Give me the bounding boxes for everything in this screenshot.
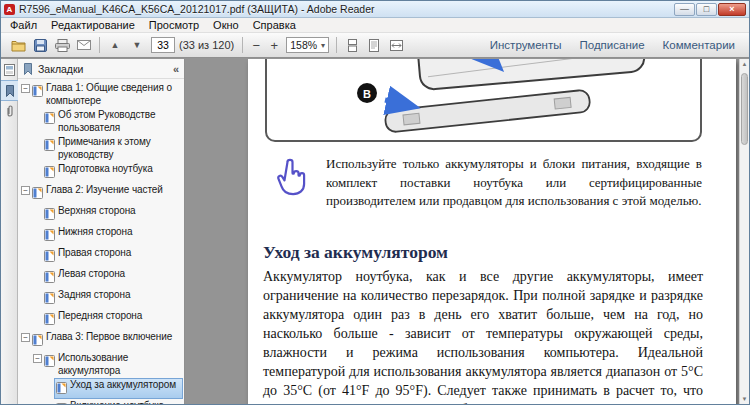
bookmark-item[interactable]: −Глава 1: Общие сведения о компьютере (18, 81, 184, 108)
navigation-strip (1, 59, 18, 404)
bookmark-link[interactable]: Подготовка ноутбука (43, 163, 182, 182)
menu-item-1[interactable]: Редактирование (44, 18, 142, 33)
bookmark-label: Задняя сторона (58, 289, 181, 302)
vertical-scrollbar[interactable]: ▲ ▼ (739, 59, 749, 404)
single-page-button[interactable] (363, 35, 385, 55)
menu-item-4[interactable]: Справка (246, 18, 303, 33)
attachments-button[interactable] (1, 101, 18, 122)
previous-page-button[interactable]: ▲ (104, 35, 126, 55)
twist-spacer (33, 270, 43, 279)
collapse-minus-icon[interactable]: − (21, 186, 30, 195)
zoom-out-button[interactable]: − (247, 35, 265, 55)
menu-item-2[interactable]: Просмотр (142, 18, 206, 33)
menu-item-3[interactable]: Окно (206, 18, 246, 33)
bookmark-item[interactable]: Уход за аккумулятором (18, 378, 184, 399)
bookmark-options-icon[interactable] (23, 63, 33, 75)
scroll-up-arrow[interactable]: ▲ (740, 59, 749, 69)
thumbnails-icon (4, 64, 15, 76)
scrolling-pages-icon (347, 39, 358, 52)
email-button[interactable] (73, 35, 95, 55)
twist-spacer (33, 111, 43, 120)
title-bar[interactable]: A R7596_eManual_K46CA_K56CA_20121017.pdf… (1, 1, 749, 18)
collapse-minus-icon[interactable]: − (21, 84, 30, 93)
bookmark-item[interactable]: −Глава 3: Первое включение (18, 330, 184, 351)
close-button[interactable]: × (718, 3, 746, 16)
bookmarks-panel-button[interactable] (1, 80, 18, 101)
next-page-button[interactable]: ▼ (126, 35, 148, 55)
battery-removal-figure: A B (265, 59, 702, 142)
bookmark-page-icon (44, 110, 55, 128)
printer-icon (55, 39, 70, 52)
save-button[interactable] (29, 35, 51, 55)
bookmark-link[interactable]: Задняя сторона (43, 289, 182, 308)
bookmark-item[interactable]: Левая сторона (18, 267, 184, 288)
scrolling-mode-button[interactable] (341, 35, 363, 55)
bookmark-page-icon (32, 185, 43, 203)
bookmark-page-icon (56, 401, 67, 404)
bookmark-page-icon (44, 269, 55, 287)
open-file-button[interactable] (7, 35, 29, 55)
bookmark-link[interactable]: Нижняя сторона (43, 226, 182, 245)
comments-link[interactable]: Комментарии (663, 39, 735, 51)
scrollbar-thumb[interactable] (741, 73, 748, 145)
fit-width-button[interactable] (385, 35, 407, 55)
collapse-minus-icon[interactable]: − (21, 333, 30, 342)
toolbar-separator (336, 37, 337, 53)
page-count-label: (33 из 120) (179, 39, 234, 51)
envelope-icon (77, 40, 91, 50)
collapse-panel-button[interactable]: « (173, 63, 179, 75)
tools-link[interactable]: Инструменты (490, 39, 562, 51)
print-button[interactable] (51, 35, 73, 55)
bookmark-item[interactable]: Об этом Руководстве пользователя (18, 108, 184, 135)
twist-spacer (33, 291, 43, 300)
bookmark-link[interactable]: Правая сторона (43, 247, 182, 266)
bookmark-link[interactable]: Глава 2: Изучение частей (31, 184, 182, 203)
bookmark-link[interactable]: Об этом Руководстве пользователя (43, 109, 182, 134)
bookmark-item[interactable]: Примечания к этому руководству (18, 135, 184, 162)
bookmark-item[interactable]: −Использование аккумулятора (18, 351, 184, 378)
note-paragraph: Используйте только аккумуляторы и блоки … (326, 155, 702, 211)
twist-spacer (33, 138, 43, 147)
bookmark-link[interactable]: Примечания к этому руководству (43, 136, 182, 161)
sign-link[interactable]: Подписание (579, 39, 644, 51)
bookmark-item[interactable]: Правая сторона (18, 246, 184, 267)
bookmark-item[interactable]: Задняя сторона (18, 288, 184, 309)
bookmark-link[interactable]: Глава 1: Общие сведения о компьютере (31, 82, 182, 107)
minimize-button[interactable]: — (674, 3, 695, 16)
toolbar-separator (242, 37, 243, 53)
bookmark-link[interactable]: Передняя сторона (43, 310, 182, 329)
maximize-button[interactable]: □ (696, 3, 717, 16)
bookmark-link[interactable]: Глава 3: Первое включение (31, 331, 182, 350)
zoom-level-select[interactable]: 158% ▾ (286, 37, 329, 53)
bookmarks-header: Закладки « (18, 59, 184, 79)
page-number-input[interactable] (151, 37, 175, 53)
pdf-page: A B Используйте только аккумуляторы и бл… (248, 59, 736, 404)
folder-icon (11, 39, 26, 52)
bookmark-link[interactable]: Использование аккумулятора (43, 352, 182, 377)
callout-b-label: B (363, 88, 371, 100)
collapse-minus-icon[interactable]: − (33, 354, 42, 363)
document-area[interactable]: A B Используйте только аккумуляторы и бл… (186, 59, 749, 404)
bookmark-item[interactable]: Верхняя сторона (18, 204, 184, 225)
bookmark-item[interactable]: Передняя сторона (18, 309, 184, 330)
page-thumbnails-button[interactable] (1, 59, 18, 80)
bookmark-item[interactable]: Нижняя сторона (18, 225, 184, 246)
bookmark-link[interactable]: Левая сторона (43, 268, 182, 287)
bookmark-label: Уход за аккумулятором (70, 379, 181, 392)
menu-item-0[interactable]: Файл (3, 18, 44, 33)
bookmark-link[interactable]: Включение ноутбука (55, 400, 182, 404)
bookmark-link[interactable]: Верхняя сторона (43, 205, 182, 224)
zoom-in-button[interactable]: + (265, 35, 283, 55)
bookmark-label: Глава 2: Изучение частей (46, 184, 181, 197)
bookmark-item[interactable]: −Глава 2: Изучение частей (18, 183, 184, 204)
bookmark-page-icon (32, 83, 43, 101)
toolbar: ▲ ▼ (33 из 120) − + 158% ▾ ИнструментыПо… (1, 33, 749, 58)
section-heading: Уход за аккумулятором (263, 242, 448, 263)
bookmark-label: Левая сторона (58, 268, 181, 281)
scroll-down-arrow[interactable]: ▼ (740, 394, 749, 404)
bookmark-item[interactable]: Подготовка ноутбука (18, 162, 184, 183)
body-paragraph: Аккумулятор ноутбука, как и все другие а… (263, 267, 703, 404)
bookmark-selected[interactable]: Уход за аккумулятором (55, 379, 182, 398)
bookmark-label: Об этом Руководстве пользователя (58, 109, 181, 134)
bookmark-item[interactable]: Включение ноутбука (18, 399, 184, 404)
